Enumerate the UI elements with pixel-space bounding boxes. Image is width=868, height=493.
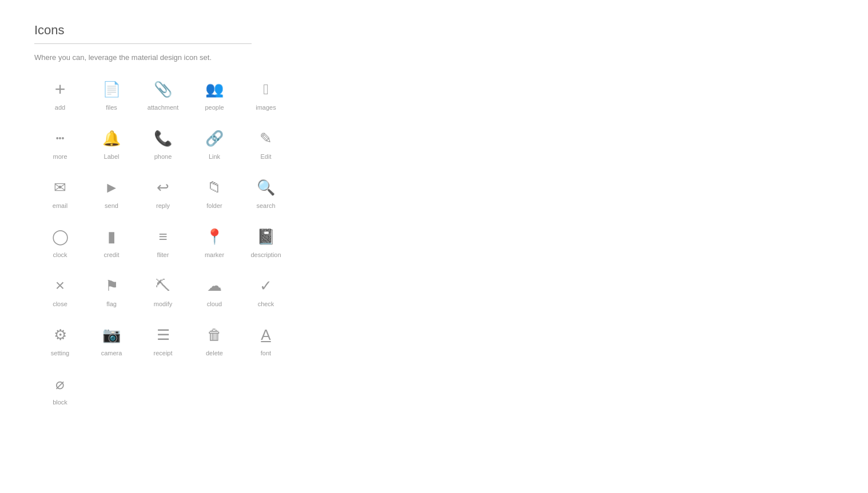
flag-label: flag	[106, 300, 117, 307]
images-label: images	[256, 104, 276, 111]
email-label: email	[53, 202, 67, 209]
edit-icon: ✎	[260, 128, 272, 149]
icon-item-reply: ↩reply	[137, 177, 189, 209]
icon-item-cloud: ☁︎cloud	[189, 275, 240, 307]
icon-item-flag: ⚑︎flag	[86, 275, 137, 307]
page-title: Icons	[34, 23, 834, 38]
delete-icon: 🗑	[207, 324, 222, 345]
setting-icon: ⚙︎	[54, 324, 67, 345]
files-icon: 📄	[102, 79, 121, 99]
close-icon: ×	[55, 275, 65, 296]
link-icon: 🔗	[205, 128, 224, 149]
icon-item-link: 🔗Link	[189, 128, 240, 160]
label-icon: 🔔	[102, 128, 121, 149]
add-label: add	[55, 104, 65, 111]
description-icon: 📓	[257, 226, 275, 247]
phone-label: phone	[154, 153, 172, 160]
attachment-label: attachment	[148, 104, 178, 111]
icon-item-add: +add	[34, 79, 86, 111]
icon-item-filter: ≡fliter	[137, 226, 189, 258]
flag-icon: ⚑︎	[105, 275, 118, 296]
search-icon: 🔍	[257, 177, 275, 198]
icon-item-people: 👥people	[189, 79, 240, 111]
icon-item-attachment: 📎attachment	[137, 79, 189, 111]
title-divider	[34, 43, 252, 44]
icon-item-description: 📓description	[240, 226, 292, 258]
camera-label: camera	[101, 350, 122, 356]
filter-icon: ≡	[158, 226, 167, 247]
icon-item-credit: ▮credit	[86, 226, 137, 258]
email-icon: ✉︎	[54, 177, 66, 198]
clock-label: clock	[53, 251, 67, 258]
phone-icon: 📞	[154, 128, 172, 149]
edit-label: Edit	[261, 153, 272, 160]
icon-item-delete: 🗑delete	[189, 324, 240, 356]
icon-item-marker: 📍marker	[189, 226, 240, 258]
font-icon: A	[261, 324, 270, 345]
icon-item-folder: 📁︎folder	[189, 177, 240, 209]
check-label: check	[258, 300, 274, 307]
block-label: block	[53, 399, 67, 406]
folder-label: folder	[206, 202, 222, 209]
description-label: description	[250, 251, 281, 258]
modify-label: modify	[154, 300, 172, 307]
page-subtitle: Where you can, leverage the material des…	[34, 53, 834, 62]
people-label: people	[205, 104, 224, 111]
credit-icon: ▮	[107, 226, 116, 247]
icon-item-images: images	[240, 79, 292, 111]
check-icon: ✓	[260, 275, 272, 296]
images-icon: 	[263, 79, 269, 99]
receipt-icon: ☰	[157, 324, 170, 345]
icon-item-font: Afont	[240, 324, 292, 356]
icon-item-search: 🔍search	[240, 177, 292, 209]
folder-icon: 📁︎	[207, 177, 222, 198]
send-label: send	[105, 202, 118, 209]
search-label: search	[256, 202, 275, 209]
setting-label: setting	[51, 350, 69, 356]
receipt-label: receipt	[153, 350, 172, 356]
label-label: Label	[104, 153, 120, 160]
add-icon: +	[55, 79, 66, 99]
attachment-icon: 📎	[154, 79, 172, 99]
icon-item-block: ⌀block	[34, 374, 86, 406]
cloud-label: cloud	[207, 300, 222, 307]
cloud-icon: ☁︎	[207, 275, 222, 296]
icon-item-setting: ⚙︎setting	[34, 324, 86, 356]
icon-item-label: 🔔Label	[86, 128, 137, 160]
icon-item-clock: ◯clock	[34, 226, 86, 258]
clock-icon: ◯	[52, 226, 69, 247]
more-label: more	[53, 153, 67, 160]
files-label: files	[106, 104, 117, 111]
filter-label: fliter	[157, 251, 169, 258]
icon-item-files: 📄files	[86, 79, 137, 111]
reply-label: reply	[156, 202, 170, 209]
icon-item-email: ✉︎email	[34, 177, 86, 209]
people-icon: 👥	[205, 79, 224, 99]
icons-grid: +add📄files📎attachment👥peopleimages•••mo…	[34, 79, 834, 406]
block-icon: ⌀	[55, 374, 65, 394]
icon-item-phone: 📞phone	[137, 128, 189, 160]
icon-item-close: ×close	[34, 275, 86, 307]
credit-label: credit	[104, 251, 120, 258]
reply-icon: ↩	[157, 177, 169, 198]
link-label: Link	[209, 153, 220, 160]
modify-icon: ⛏	[156, 275, 170, 296]
marker-icon: 📍	[205, 226, 224, 247]
marker-label: marker	[205, 251, 224, 258]
camera-icon: 📷	[102, 324, 121, 345]
icon-item-edit: ✎Edit	[240, 128, 292, 160]
close-label: close	[53, 300, 67, 307]
icon-item-send: ►send	[86, 177, 137, 209]
send-icon: ►	[104, 177, 119, 198]
font-label: font	[261, 350, 271, 356]
icon-item-more: •••more	[34, 128, 86, 160]
icon-item-receipt: ☰receipt	[137, 324, 189, 356]
icon-item-camera: 📷camera	[86, 324, 137, 356]
icon-item-modify: ⛏modify	[137, 275, 189, 307]
delete-label: delete	[206, 350, 223, 356]
more-icon: •••	[56, 128, 65, 149]
icon-item-check: ✓check	[240, 275, 292, 307]
